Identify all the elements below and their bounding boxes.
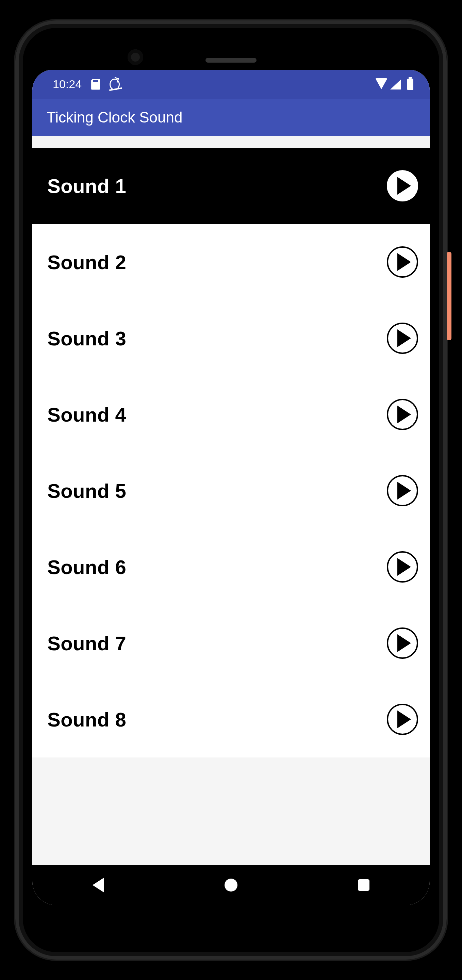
play-button[interactable]: [387, 170, 418, 202]
do-not-disturb-icon: [110, 79, 120, 90]
sound-label: Sound 7: [47, 632, 126, 655]
play-button[interactable]: [387, 627, 418, 659]
nav-recent-button[interactable]: [358, 879, 370, 891]
sound-row[interactable]: Sound 5: [32, 453, 430, 529]
top-gap: [32, 136, 430, 148]
sound-row[interactable]: Sound 7: [32, 605, 430, 681]
play-icon: [397, 329, 411, 347]
sound-label: Sound 1: [47, 175, 126, 197]
sound-row[interactable]: Sound 3: [32, 300, 430, 376]
play-icon: [397, 634, 411, 652]
sound-label: Sound 8: [47, 708, 126, 731]
play-button[interactable]: [387, 323, 418, 354]
device-frame: 10:24 Ticking Clock Sound Sound 1Sound 2…: [15, 21, 447, 959]
wifi-icon: [375, 78, 387, 89]
play-button[interactable]: [387, 704, 418, 735]
sound-label: Sound 3: [47, 327, 126, 350]
status-time: 10:24: [53, 78, 82, 91]
device-speaker: [205, 58, 257, 63]
play-button[interactable]: [387, 475, 418, 506]
sound-label: Sound 5: [47, 479, 126, 502]
device-camera: [128, 49, 143, 65]
play-icon: [397, 711, 411, 728]
list-empty-area: [32, 757, 430, 865]
play-icon: [397, 558, 411, 576]
play-icon: [397, 482, 411, 500]
sound-list[interactable]: Sound 1Sound 2Sound 3Sound 4Sound 5Sound…: [32, 148, 430, 865]
sound-row[interactable]: Sound 1: [32, 148, 430, 224]
sound-label: Sound 4: [47, 403, 126, 426]
play-icon: [397, 253, 411, 271]
sound-row[interactable]: Sound 6: [32, 529, 430, 605]
sd-card-icon: [91, 79, 100, 90]
status-bar: 10:24: [32, 70, 430, 99]
sound-row[interactable]: Sound 8: [32, 681, 430, 757]
sound-row[interactable]: Sound 4: [32, 376, 430, 453]
cell-signal-icon: [390, 79, 401, 89]
nav-home-button[interactable]: [225, 878, 237, 891]
play-icon: [397, 406, 411, 423]
sound-label: Sound 2: [47, 251, 126, 274]
play-button[interactable]: [387, 247, 418, 278]
status-right: [375, 79, 413, 90]
nav-back-button[interactable]: [92, 878, 104, 892]
screen: 10:24 Ticking Clock Sound Sound 1Sound 2…: [32, 70, 430, 905]
play-button[interactable]: [387, 551, 418, 582]
play-button[interactable]: [387, 399, 418, 430]
status-left: 10:24: [53, 78, 120, 91]
navigation-bar: [32, 865, 430, 905]
sound-label: Sound 6: [47, 556, 126, 579]
device-side-button: [447, 252, 451, 340]
play-icon: [397, 177, 411, 195]
page-title: Ticking Clock Sound: [47, 109, 183, 126]
battery-icon: [407, 79, 413, 90]
sound-row[interactable]: Sound 2: [32, 224, 430, 300]
app-bar: Ticking Clock Sound: [32, 99, 430, 136]
